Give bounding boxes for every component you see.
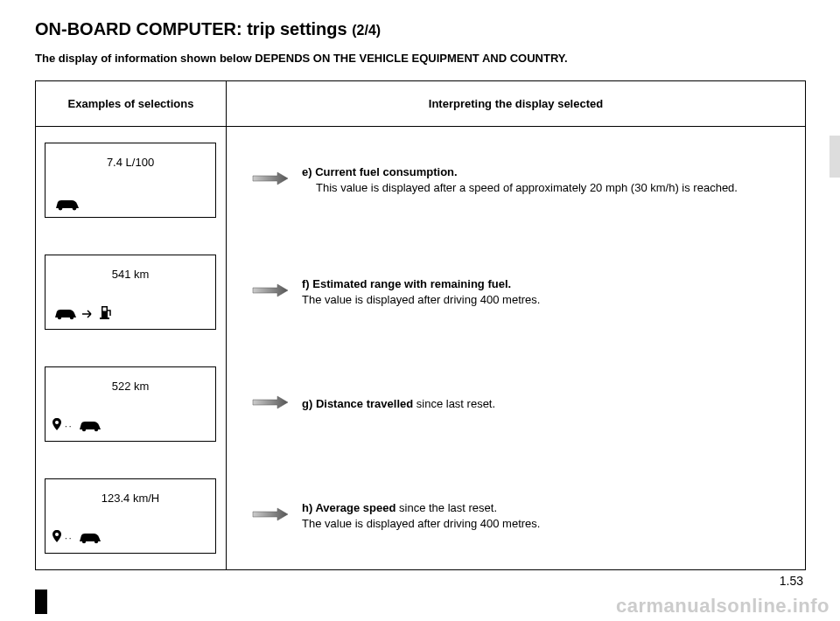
section-tab (830, 136, 840, 178)
desc-f: f) Estimated range with remaining fuel. … (302, 276, 793, 307)
svg-point-8 (81, 428, 85, 431)
display-value-f: 541 km (52, 268, 208, 281)
display-value-h: 123.4 km/H (52, 492, 208, 505)
arrow-indicator-icon (251, 394, 290, 414)
desc-g: g) Distance travelled since last reset. (302, 396, 793, 412)
display-value-e: 7.4 L/100 (52, 156, 208, 169)
pin-icon (52, 418, 61, 434)
footer-marker (35, 590, 47, 614)
svg-point-3 (70, 316, 74, 319)
display-box-g: 522 km ·· (45, 366, 216, 442)
display-value-g: 522 km (52, 380, 208, 393)
dots-icon: ·· (65, 422, 74, 431)
title-sub: (2/4) (352, 23, 381, 38)
watermark: carmanualsonline.info (616, 595, 830, 618)
svg-point-1 (73, 206, 77, 211)
pin-icon (52, 530, 61, 546)
desc-e: e) Current fuel consumption. This value … (302, 164, 793, 195)
svg-point-9 (94, 428, 97, 431)
svg-rect-6 (100, 317, 109, 319)
car-icon (52, 308, 79, 320)
svg-point-12 (94, 540, 97, 543)
arrow-indicator-icon (251, 171, 290, 190)
display-box-e: 7.4 L/100 (45, 143, 216, 218)
arrow-right-icon (82, 306, 96, 322)
desc-h: h) Average speed since the last reset.Th… (302, 500, 793, 531)
svg-point-2 (58, 316, 61, 319)
fuel-pump-icon (100, 304, 112, 324)
svg-point-11 (81, 540, 85, 543)
svg-point-7 (55, 421, 59, 424)
car-icon (52, 198, 82, 212)
title-main: ON-BOARD COMPUTER: trip settings (35, 19, 352, 38)
page-title: ON-BOARD COMPUTER: trip settings (2/4) (35, 19, 805, 39)
dots-icon: ·· (65, 534, 74, 543)
page-number: 1.53 (780, 574, 803, 588)
arrow-indicator-icon (251, 506, 290, 526)
equipment-notice: The display of information shown below D… (35, 52, 805, 65)
display-box-h: 123.4 km/H ·· (45, 478, 216, 554)
arrow-indicator-icon (251, 283, 290, 302)
header-interpreting: Interpreting the display selected (227, 81, 806, 127)
settings-table: Examples of selections Interpreting the … (35, 80, 806, 570)
car-icon (77, 420, 103, 432)
display-box-f: 541 km (45, 255, 216, 330)
car-icon (77, 532, 103, 544)
svg-point-10 (55, 533, 59, 536)
svg-rect-5 (103, 308, 107, 311)
svg-point-0 (59, 206, 63, 211)
header-examples: Examples of selections (36, 81, 227, 127)
